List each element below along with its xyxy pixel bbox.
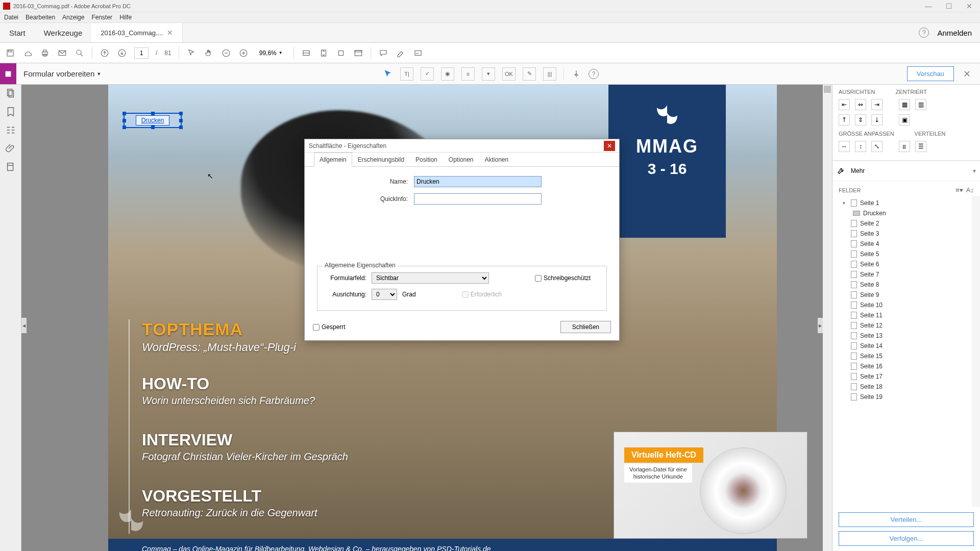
tree-page-4[interactable]: Seite 4 [832,239,980,249]
bookmarks-icon[interactable] [5,106,16,117]
page-up-icon[interactable] [100,48,110,58]
tree-page-1[interactable]: ▾Seite 1 [832,198,980,208]
zoom-in-icon[interactable] [238,48,249,58]
menu-anzeige[interactable]: Anzeige [62,14,84,21]
tab-allgemein[interactable]: Allgemein [314,153,352,167]
zoom-out-icon[interactable] [221,48,231,58]
print-icon[interactable] [40,48,50,58]
fields-tree[interactable]: ▾Seite 1 Drucken Seite 2 Seite 3 Seite 4… [832,196,980,507]
menu-bearbeiten[interactable]: Bearbeiten [26,14,55,21]
select-arrow-icon[interactable] [186,48,197,58]
preview-button[interactable]: Vorschau [907,66,954,81]
radio-tool-icon[interactable]: ◉ [441,67,454,81]
tree-page-12[interactable]: Seite 12 [832,320,980,331]
search-icon[interactable] [75,48,85,58]
tree-page-5[interactable]: Seite 5 [832,249,980,259]
window-minimize-button[interactable]: — [921,2,936,10]
tab-position[interactable]: Position [410,153,443,166]
sort-alpha-icon[interactable]: A↕ [966,186,974,194]
form-field-drucken[interactable]: Drucken [124,113,182,128]
center-h-icon[interactable]: ▦ [899,99,910,110]
page-number-input[interactable] [134,47,149,59]
tree-page-9[interactable]: Seite 9 [832,290,980,300]
tab-aktionen[interactable]: Aktionen [479,153,514,166]
tree-page-8[interactable]: Seite 8 [832,280,980,290]
vertical-scrollbar[interactable] [823,85,832,551]
tree-page-3[interactable]: Seite 3 [832,229,980,239]
dialog-titlebar[interactable]: Schaltfläche - Eigenschaften ✕ [305,139,619,153]
list-tool-icon[interactable]: ≡ [461,67,475,81]
align-top-icon[interactable]: ⤒ [839,114,850,126]
tree-page-19[interactable]: Seite 19 [832,392,980,402]
highlight-icon[interactable] [396,48,406,58]
formfield-select[interactable]: Sichtbar [372,272,489,284]
barcode-tool-icon[interactable]: ||| [543,67,556,81]
hand-icon[interactable] [204,48,214,58]
dropdown-tool-icon[interactable]: ▾ [482,67,495,81]
sort-order-icon[interactable]: ≡▾ [955,186,963,194]
zoom-dropdown[interactable]: 99,6%▼ [256,48,286,58]
locked-checkbox[interactable]: Gesperrt [313,323,346,331]
page-down-icon[interactable] [117,48,127,58]
tree-page-13[interactable]: Seite 13 [832,331,980,341]
tree-page-17[interactable]: Seite 17 [832,371,980,382]
menu-datei[interactable]: Datei [4,14,18,21]
tree-page-11[interactable]: Seite 11 [832,310,980,320]
save-icon[interactable] [5,48,15,58]
tree-scrollbar[interactable] [972,196,980,507]
view-mode-icon[interactable] [353,48,363,58]
tab-erscheinungsbild[interactable]: Erscheinungsbild [352,153,410,166]
menu-hilfe[interactable]: Hilfe [119,14,132,21]
tree-page-10[interactable]: Seite 10 [832,300,980,310]
rotate-icon[interactable] [336,48,346,58]
align-center-h-icon[interactable]: ⇔ [855,99,866,110]
tab-start[interactable]: Start [0,23,35,42]
tree-page-18[interactable]: Seite 18 [832,382,980,392]
expand-right-handle[interactable]: ▶ [818,318,823,333]
size-height-icon[interactable]: ↕ [855,141,866,152]
size-width-icon[interactable]: ↔ [839,141,850,152]
text-field-tool-icon[interactable]: T| [400,67,413,81]
close-form-panel-icon[interactable]: ✕ [959,68,975,80]
tab-tools[interactable]: Werkzeuge [35,23,92,42]
fit-page-icon[interactable] [318,48,329,58]
tree-page-16[interactable]: Seite 16 [832,361,980,371]
mail-icon[interactable] [57,48,67,58]
size-both-icon[interactable]: ⤡ [871,141,883,152]
form-help-icon[interactable]: ? [589,69,599,79]
center-v-icon[interactable]: ▥ [915,99,926,110]
readonly-checkbox[interactable]: Schreibgeschützt [535,274,591,282]
tab-document[interactable]: 2016-03_Commag.... ✕ [91,23,183,42]
tree-page-6[interactable]: Seite 6 [832,259,980,269]
tab-optionen[interactable]: Optionen [443,153,479,166]
tree-page-2[interactable]: Seite 2 [832,218,980,229]
help-icon[interactable]: ? [919,28,929,38]
fit-width-icon[interactable] [301,48,311,58]
distribute-h-icon[interactable]: ⫼ [899,141,910,152]
signature-tool-icon[interactable]: ✎ [523,67,536,81]
align-right-icon[interactable]: ⇥ [871,99,883,110]
window-close-button[interactable]: ✕ [962,2,977,10]
menu-fenster[interactable]: Fenster [91,14,112,21]
track-button[interactable]: Verfolgen... [839,531,974,546]
name-input[interactable] [414,176,542,187]
window-maximize-button[interactable]: ☐ [941,2,957,10]
expand-left-handle[interactable]: ◀ [21,318,27,333]
tree-field-drucken[interactable]: Drucken [832,208,980,218]
comment-icon[interactable] [378,48,388,58]
tree-page-14[interactable]: Seite 14 [832,341,980,351]
align-center-v-icon[interactable]: ⇕ [855,114,866,126]
form-mode-label[interactable]: Formular vorbereiten▼ [16,69,108,78]
flow-icon[interactable] [5,124,16,136]
dialog-close-icon[interactable]: ✕ [604,141,615,151]
more-dropdown[interactable]: Mehr ▾ [832,161,980,181]
distribute-v-icon[interactable]: ☰ [915,141,926,152]
checkbox-tool-icon[interactable]: ✓ [421,67,434,81]
tree-page-15[interactable]: Seite 15 [832,351,980,361]
pin-icon[interactable] [571,69,581,79]
align-left-icon[interactable]: ⇤ [839,99,850,110]
tab-document-close-icon[interactable]: ✕ [167,29,173,37]
button-tool-icon[interactable]: OK [502,67,516,81]
tree-page-7[interactable]: Seite 7 [832,269,980,280]
close-button[interactable]: Schließen [560,321,611,333]
